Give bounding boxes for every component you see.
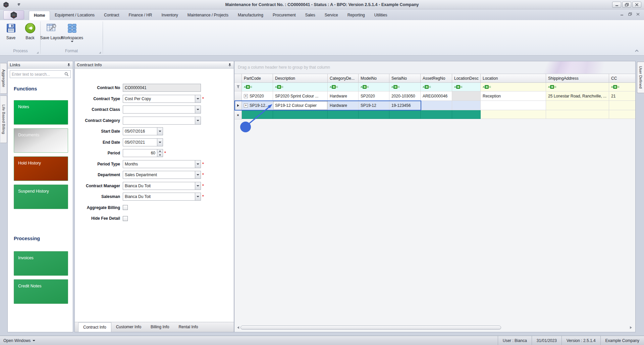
- cell-serialno[interactable]: 2020-103050: [389, 91, 421, 101]
- contract-no-input[interactable]: CO0000041: [123, 84, 201, 92]
- tab-rental-info[interactable]: Rental Info: [174, 322, 203, 332]
- filter-cell-location[interactable]: ABC: [481, 83, 546, 91]
- dropdown-button[interactable]: [195, 160, 201, 168]
- column-header-description[interactable]: Description: [273, 74, 328, 83]
- save-button[interactable]: Save: [1, 21, 20, 48]
- cell-modelno[interactable]: SP19-12: [359, 101, 389, 110]
- cell-categoryde[interactable]: Hardware: [328, 101, 359, 110]
- spinner-buttons[interactable]: [157, 149, 163, 157]
- save-layout-button[interactable]: Save Layout: [41, 21, 62, 48]
- ribbon-tab-utilities[interactable]: Utilities: [370, 11, 392, 20]
- ribbon-tab-inventory[interactable]: Inventory: [157, 11, 182, 20]
- new-row-cell[interactable]: [273, 110, 328, 119]
- credit-notes-button[interactable]: Credit Notes: [14, 279, 68, 304]
- filter-cell-shippingaddress[interactable]: ABC: [546, 83, 609, 91]
- aggregate-billing-checkbox[interactable]: [123, 205, 128, 210]
- start-date-input[interactable]: 05/07/2016: [123, 127, 157, 135]
- filter-cell-categoryde[interactable]: ABC: [328, 83, 359, 91]
- dialog-launcher-icon[interactable]: [37, 50, 39, 54]
- side-tab-user-defined[interactable]: User Defined: [637, 62, 644, 93]
- contract-category-select[interactable]: [123, 117, 195, 125]
- dropdown-button[interactable]: [195, 171, 201, 179]
- restore-button[interactable]: [622, 2, 631, 8]
- column-header-categoryde[interactable]: CategoryDe...: [328, 74, 359, 83]
- new-row-cell[interactable]: [481, 110, 546, 119]
- filter-cell-description[interactable]: ABC: [273, 83, 328, 91]
- ribbon-tab-equipment-locations[interactable]: Equipment / Locations: [50, 11, 99, 20]
- grid-horizontal-scrollbar[interactable]: [237, 325, 632, 330]
- period-type-select[interactable]: Months: [123, 160, 195, 168]
- mdi-restore-button[interactable]: [627, 12, 633, 16]
- cell-assetregno[interactable]: AREG000046: [421, 91, 452, 101]
- scroll-right-icon[interactable]: [630, 326, 632, 329]
- pin-icon[interactable]: [67, 63, 71, 67]
- contract-manager-select[interactable]: Bianca Du Toit: [123, 182, 195, 190]
- cell-cc[interactable]: 21: [609, 91, 636, 101]
- cell-partcode[interactable]: +SP2020: [242, 91, 273, 101]
- column-header-serialno[interactable]: SerialNo: [389, 74, 421, 83]
- scroll-left-icon[interactable]: [237, 326, 239, 329]
- ribbon-tab-reporting[interactable]: Reporting: [343, 11, 370, 20]
- cell-assetregno[interactable]: [421, 101, 452, 110]
- application-button[interactable]: [3, 10, 24, 19]
- dropdown-button[interactable]: [195, 117, 201, 125]
- filter-cell-cc[interactable]: ABC: [609, 83, 636, 91]
- dropdown-button[interactable]: [195, 95, 201, 103]
- cell-categoryde[interactable]: Hardware: [328, 91, 359, 101]
- column-header-cc[interactable]: CC: [609, 74, 636, 83]
- collapse-ribbon-icon[interactable]: [634, 49, 639, 54]
- new-row-cell[interactable]: [452, 110, 481, 119]
- side-tab-life-based-billing[interactable]: Life Based Billing: [0, 95, 7, 143]
- ribbon-tab-maintenance-projects[interactable]: Maintenance / Projects: [183, 11, 233, 20]
- mdi-close-button[interactable]: [635, 12, 641, 16]
- cell-serialno[interactable]: 19-123456: [389, 101, 421, 110]
- cell-location[interactable]: Reception: [481, 91, 546, 101]
- ribbon-tab-finance-hr[interactable]: Finance / HR: [124, 11, 157, 20]
- workspaces-button[interactable]: Workspaces: [62, 21, 83, 48]
- department-select[interactable]: Sales Department: [123, 171, 195, 179]
- mdi-minimize-button[interactable]: [619, 12, 625, 16]
- ribbon-tab-contract[interactable]: Contract: [99, 11, 124, 20]
- spin-down-icon[interactable]: [157, 153, 163, 157]
- cell-locationdesc[interactable]: [452, 101, 481, 110]
- ribbon-tab-service[interactable]: Service: [320, 11, 343, 20]
- open-windows-button[interactable]: Open Windows: [3, 338, 35, 343]
- salesman-select[interactable]: Bianca Du Toit: [123, 193, 195, 201]
- filter-cell-modelno[interactable]: ABC: [359, 83, 389, 91]
- dropdown-button[interactable]: [195, 106, 201, 114]
- new-row-cell[interactable]: [546, 110, 609, 119]
- filter-cell-locationdesc[interactable]: ABC: [452, 83, 481, 91]
- end-date-input[interactable]: 05/07/2021: [123, 138, 157, 146]
- cell-partcode[interactable]: +SP19-12...: [242, 101, 273, 110]
- new-row-cell[interactable]: [389, 110, 421, 119]
- cell-description[interactable]: SP2020 Sprint Colour ...: [273, 91, 328, 101]
- cell-location[interactable]: [481, 101, 546, 110]
- expand-icon[interactable]: +: [244, 104, 248, 108]
- column-header-locationdesc[interactable]: LocationDesc: [452, 74, 481, 83]
- tab-contract-info[interactable]: Contract Info: [78, 322, 111, 332]
- cell-modelno[interactable]: SP2020: [359, 91, 389, 101]
- new-row-cell[interactable]: [242, 110, 273, 119]
- ribbon-tab-home[interactable]: Home: [29, 11, 50, 20]
- new-row-cell[interactable]: [359, 110, 389, 119]
- filter-cell-partcode[interactable]: ABC: [242, 83, 273, 91]
- minimize-button[interactable]: [612, 2, 621, 8]
- filter-cell-assetregno[interactable]: ABC: [421, 83, 452, 91]
- documents-button[interactable]: Documents: [14, 128, 68, 153]
- dropdown-button[interactable]: [195, 182, 201, 190]
- new-row-cell[interactable]: [328, 110, 359, 119]
- dropdown-button[interactable]: [157, 138, 163, 146]
- tab-customer-info[interactable]: Customer Info: [111, 322, 146, 332]
- search-input[interactable]: Enter text to search...: [10, 70, 71, 78]
- new-row-cell[interactable]: [609, 110, 636, 119]
- spin-up-icon[interactable]: [157, 149, 163, 153]
- notes-button[interactable]: Notes: [14, 100, 68, 125]
- hold-history-button[interactable]: Hold History: [14, 156, 68, 181]
- column-header-modelno[interactable]: ModelNo: [359, 74, 389, 83]
- back-button[interactable]: Back: [20, 21, 40, 48]
- cell-cc[interactable]: [609, 101, 636, 110]
- tab-billing-info[interactable]: Billing Info: [146, 322, 174, 332]
- ribbon-tab-sales[interactable]: Sales: [301, 11, 320, 20]
- ribbon-tab-manufacturing[interactable]: Manufacturing: [233, 11, 268, 20]
- dropdown-button[interactable]: [195, 193, 201, 201]
